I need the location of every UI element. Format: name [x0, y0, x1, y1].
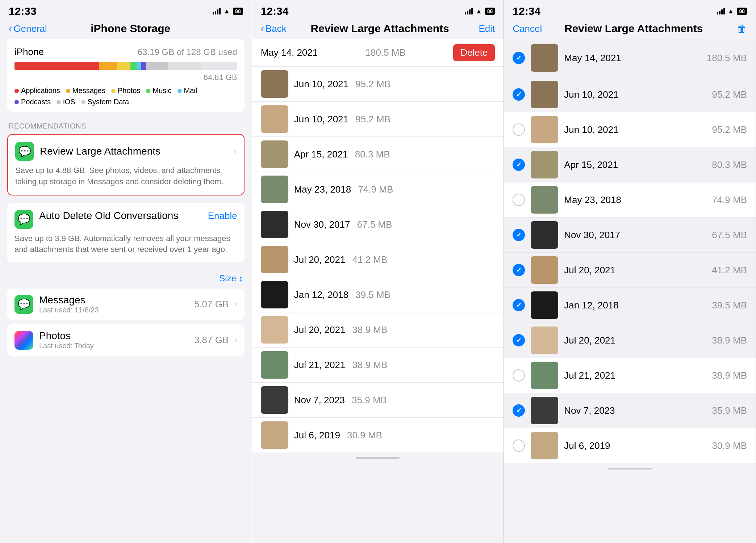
- size-6-p2: 39.5 MB: [354, 289, 390, 300]
- attachment-row-2-p2[interactable]: Apr 15, 2021 80.3 MB: [252, 137, 504, 172]
- scroll-indicator-p3: [608, 468, 652, 470]
- rec-header-1: 💬 Review Large Attachments ›: [15, 142, 237, 161]
- size-2-p2: 80.3 MB: [354, 149, 390, 160]
- checkbox-10-p3[interactable]: [513, 439, 525, 452]
- date-8-p2: Jul 21, 2021: [294, 359, 346, 371]
- battery-panel2: 88: [485, 8, 495, 15]
- checkbox-8-p3[interactable]: [513, 369, 525, 382]
- app-row-photos[interactable]: Photos Last used: Today 3.87 GB ›: [7, 324, 245, 356]
- size-sort-button[interactable]: Size ↕: [7, 270, 245, 289]
- attachment-row-3-p2[interactable]: May 23, 2018 74.9 MB: [252, 172, 504, 207]
- thumb-sel-6: [531, 291, 558, 319]
- rec-title-1: Review Large Attachments: [40, 146, 228, 157]
- checkbox-7-p3[interactable]: [513, 334, 525, 346]
- back-button-panel2[interactable]: ‹ Back: [261, 23, 287, 34]
- checkbox-2-p3[interactable]: [513, 159, 525, 171]
- storage-header: iPhone 63.19 GB of 128 GB used: [14, 46, 237, 58]
- review-attachments-card[interactable]: 💬 Review Large Attachments › Save up to …: [7, 134, 245, 195]
- attachment-row-4-p2[interactable]: Nov 30, 2017 67.5 MB: [252, 207, 504, 242]
- top-date-p3: May 14, 2021: [564, 52, 701, 64]
- sel-row-3[interactable]: May 23, 2018 74.9 MB: [504, 182, 756, 218]
- chevron-right-photos: ›: [234, 336, 237, 345]
- checkbox-1-p3[interactable]: [513, 123, 525, 136]
- auto-delete-header: 💬 Auto Delete Old Conversations Enable: [14, 210, 237, 229]
- sel-row-5[interactable]: Jul 20, 2021 41.2 MB: [504, 253, 756, 288]
- sel-row-4[interactable]: Nov 30, 2017 67.5 MB: [504, 218, 756, 253]
- top-thumb-p3: [531, 44, 558, 72]
- sel-row-9[interactable]: Nov 7, 2023 35.9 MB: [504, 393, 756, 428]
- top-date-p2: May 14, 2021: [261, 47, 318, 58]
- date-sel-2: Apr 15, 2021: [564, 159, 706, 171]
- attachment-row-10-p2[interactable]: Jul 6, 2019 30.9 MB: [252, 418, 504, 452]
- page-title-panel3: Review Large Attachments: [542, 22, 725, 35]
- storage-legend: Applications Messages Photos Music Mail: [14, 87, 237, 106]
- legend-label-system: System Data: [88, 98, 129, 106]
- date-sel-0: Jun 10, 2021: [564, 89, 706, 100]
- storage-used-text: 63.19 GB of 128 GB used: [138, 47, 237, 57]
- thumb-3-p2: [261, 176, 288, 203]
- attachment-row-5-p2[interactable]: Jul 20, 2021 41.2 MB: [252, 242, 504, 277]
- checkbox-0-p3[interactable]: [513, 88, 525, 101]
- sel-row-0[interactable]: Jun 10, 2021 95.2 MB: [504, 77, 756, 112]
- sel-row-2[interactable]: Apr 15, 2021 80.3 MB: [504, 147, 756, 182]
- bottom-bar-p2: [252, 452, 504, 464]
- bottom-bar-p3: [504, 463, 756, 475]
- checkbox-6-p3[interactable]: [513, 299, 525, 311]
- messages-app-name: Messages: [39, 294, 188, 306]
- thumb-sel-9: [531, 397, 558, 424]
- thumb-sel-10: [531, 432, 558, 459]
- thumb-sel-5: [531, 256, 558, 284]
- checkbox-9-p3[interactable]: [513, 404, 525, 417]
- checkbox-5-p3[interactable]: [513, 264, 525, 276]
- status-icons-panel3: ▲ 88: [717, 8, 747, 15]
- sel-row-8[interactable]: Jul 21, 2021 38.9 MB: [504, 358, 756, 393]
- battery-panel3: 88: [737, 8, 747, 15]
- size-1-p2: 95.2 MB: [354, 114, 390, 125]
- auto-delete-description: Save up to 3.9 GB. Automatically removes…: [14, 233, 237, 256]
- date-9-p2: Nov 7, 2023: [294, 395, 345, 406]
- bar-music: [130, 62, 137, 70]
- nav-bar-panel1: ‹ General iPhone Storage: [0, 20, 252, 39]
- delete-button-p2[interactable]: Delete: [453, 44, 495, 61]
- attachment-row-8-p2[interactable]: Jul 21, 2021 38.9 MB: [252, 348, 504, 383]
- sel-row-6[interactable]: Jan 12, 2018 39.5 MB: [504, 288, 756, 323]
- storage-bar: [14, 62, 237, 70]
- size-sel-8: 38.9 MB: [712, 370, 747, 381]
- checkbox-4-p3[interactable]: [513, 229, 525, 241]
- legend-podcasts: Podcasts: [14, 98, 51, 106]
- top-size-p2: 180.5 MB: [366, 47, 406, 58]
- thumb-4-p2: [261, 211, 288, 238]
- attachment-row-6-p2[interactable]: Jan 12, 2018 39.5 MB: [252, 277, 504, 312]
- status-icons-panel1: ▲ 88: [213, 8, 243, 15]
- attachment-row-7-p2[interactable]: Jul 20, 2021 38.9 MB: [252, 312, 504, 348]
- enable-button[interactable]: Enable: [208, 210, 237, 222]
- cancel-button-panel3[interactable]: Cancel: [513, 23, 542, 34]
- thumb-sel-7: [531, 327, 558, 354]
- legend-label-ios: iOS: [63, 98, 75, 106]
- sel-row-7[interactable]: Jul 20, 2021 38.9 MB: [504, 323, 756, 358]
- top-checkbox-p3[interactable]: [513, 52, 525, 64]
- bar-mail: [137, 62, 141, 70]
- nav-bar-panel3: Cancel Review Large Attachments 🗑: [504, 20, 756, 39]
- rec-description-1: Save up to 4.88 GB. See photos, videos, …: [15, 165, 237, 188]
- sel-row-10[interactable]: Jul 6, 2019 30.9 MB: [504, 428, 756, 463]
- back-button-panel1[interactable]: ‹ General: [9, 23, 47, 34]
- attachment-row-1-p2[interactable]: Jun 10, 2021 95.2 MB: [252, 102, 504, 137]
- app-row-messages[interactable]: 💬 Messages Last used: 11/8/23 5.07 GB ›: [7, 289, 245, 320]
- trash-icon-panel3[interactable]: 🗑: [737, 23, 747, 34]
- storage-total-text: 64.81 GB: [14, 73, 237, 82]
- photos-app-icon: [14, 331, 33, 350]
- edit-button-panel2[interactable]: Edit: [473, 23, 495, 34]
- sel-row-1[interactable]: Jun 10, 2021 95.2 MB: [504, 112, 756, 147]
- panel-review-attachments: 12:34 ▲ 88 ‹ Back Review Large Attachmen…: [252, 0, 504, 543]
- date-sel-7: Jul 20, 2021: [564, 335, 706, 346]
- thumb-5-p2: [261, 246, 288, 273]
- checkbox-3-p3[interactable]: [513, 194, 525, 206]
- status-time-panel2: 12:34: [261, 5, 289, 17]
- status-icons-panel2: ▲ 88: [465, 8, 495, 15]
- attachment-row-9-p2[interactable]: Nov 7, 2023 35.9 MB: [252, 383, 504, 418]
- attachment-row-0-p2[interactable]: Jun 10, 2021 95.2 MB: [252, 67, 504, 102]
- date-6-p2: Jan 12, 2018: [294, 289, 348, 300]
- chevron-left-icon: ‹: [9, 24, 12, 34]
- date-sel-9: Nov 7, 2023: [564, 405, 706, 416]
